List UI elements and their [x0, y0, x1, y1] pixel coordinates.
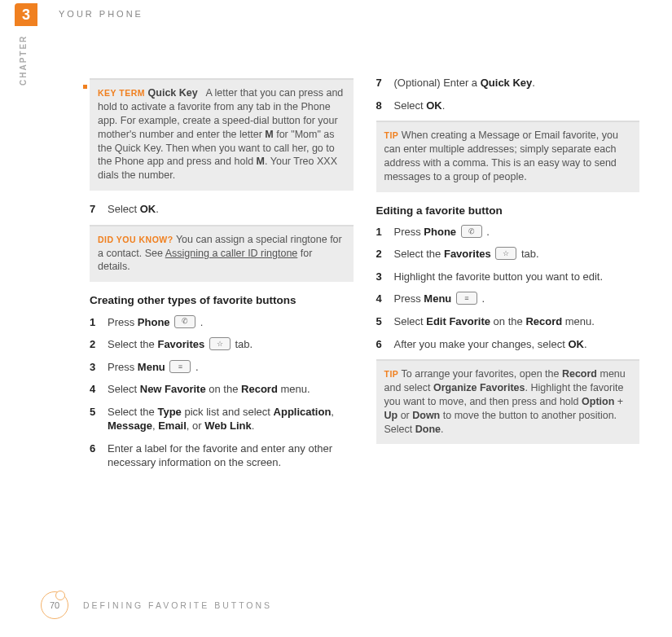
step-8: 8 Select OK.: [376, 99, 640, 113]
left-column: KEY TERM Quick Key A letter that you can…: [90, 73, 354, 478]
step-number: 5: [376, 314, 394, 329]
edit-step-4: 4 Press Menu .: [376, 292, 640, 306]
text: Press: [108, 316, 138, 328]
edit-step-1: 1 Press Phone .: [376, 225, 640, 239]
text: .: [156, 203, 159, 215]
step-body: Select OK.: [394, 99, 446, 113]
text: tab.: [518, 248, 538, 260]
step-number: 3: [90, 360, 108, 375]
step-number: 7: [90, 202, 108, 217]
step-4: 4 Select New Favorite on the Record menu…: [90, 382, 354, 397]
text-bold: Favorites: [444, 248, 491, 260]
step-body: Select the Type pick list and select App…: [108, 405, 354, 433]
keyterm-m1: M: [265, 129, 273, 140]
text: .: [252, 420, 255, 432]
text: menu.: [562, 315, 595, 327]
side-chapter-label: CHAPTER: [18, 35, 29, 86]
edit-step-6: 6 After you make your changes, select OK…: [376, 337, 640, 352]
text-bold: OK: [426, 99, 442, 112]
text: Select: [108, 203, 140, 215]
text: pick list and select: [182, 406, 274, 418]
text-bold: Organize Favorites: [433, 382, 525, 393]
text: To arrange your favorites, open the: [402, 368, 562, 380]
step-body: (Optional) Enter a Quick Key.: [394, 76, 535, 90]
text-bold: Favorites: [157, 338, 204, 350]
menu-key-icon: [169, 360, 191, 373]
footer-title: DEFINING FAVORITE BUTTONS: [83, 600, 272, 611]
tip-body: When creating a Message or Email favorit…: [384, 130, 618, 182]
text: (Optional) Enter a: [394, 77, 481, 89]
edit-step-3: 3 Highlight the favorite button you want…: [376, 270, 640, 284]
step-7-right: 7 (Optional) Enter a Quick Key.: [376, 76, 640, 90]
text-bold: Edit Favorite: [426, 315, 490, 327]
step-7: 7 Select OK.: [90, 202, 354, 217]
step-number: 1: [376, 225, 394, 239]
text-bold: OK: [140, 203, 156, 215]
text: Select the: [108, 338, 157, 350]
step-6: 6 Enter a label for the favorite and ent…: [90, 442, 354, 470]
content-columns: KEY TERM Quick Key A letter that you can…: [90, 73, 639, 478]
text: Press: [394, 226, 424, 238]
edit-step-2: 2 Select the Favorites tab.: [376, 247, 640, 261]
step-number: 6: [90, 442, 108, 470]
text-bold: Web Link: [204, 420, 252, 432]
link-text: Assigning a caller ID ringtone: [165, 248, 298, 259]
page-number: 70: [41, 591, 68, 619]
menu-key-icon: [456, 292, 477, 305]
step-body: After you make your changes, select OK.: [394, 337, 587, 352]
tip-label: TIP: [384, 130, 399, 140]
tip-callout-2: TIP To arrange your favorites, open the …: [376, 359, 640, 444]
section-heading-editing: Editing a favorite button: [376, 204, 640, 218]
step-number: 2: [90, 337, 108, 352]
step-number: 3: [376, 270, 394, 284]
step-body: Select Edit Favorite on the Record menu.: [394, 314, 595, 329]
phone-key-icon: [174, 315, 195, 328]
text: Press: [108, 361, 138, 373]
text: Select the: [108, 406, 157, 418]
step-number: 2: [376, 247, 394, 261]
text-bold: Application: [274, 406, 332, 418]
text: Select: [394, 315, 427, 327]
text-bold: Menu: [138, 361, 165, 373]
edit-step-5: 5 Select Edit Favorite on the Record men…: [376, 314, 640, 329]
text: Select the: [394, 248, 444, 260]
step-5: 5 Select the Type pick list and select A…: [90, 405, 354, 433]
text-bold: Down: [412, 410, 440, 421]
text-bold: Record: [562, 368, 597, 380]
text-bold: Quick Key: [481, 77, 533, 89]
step-2: 2 Select the Favorites tab.: [90, 337, 354, 352]
favorites-key-icon: [209, 337, 231, 350]
keyterm-callout: KEY TERM Quick Key A letter that you can…: [90, 78, 354, 191]
text: .: [192, 361, 198, 373]
step-body: Select OK.: [108, 202, 159, 217]
text-bold: Email: [158, 420, 187, 432]
text: .: [532, 77, 535, 89]
text-bold: Message: [108, 420, 152, 432]
text: or: [397, 410, 412, 421]
text-bold: Phone: [424, 226, 456, 238]
keyterm-term: Quick Key: [148, 87, 198, 99]
text: ,: [331, 406, 334, 418]
text-bold: Record: [241, 383, 278, 395]
chapter-badge: 3: [15, 3, 37, 26]
header-title: YOUR PHONE: [59, 8, 143, 20]
text: +: [614, 396, 623, 407]
step-number: 4: [90, 382, 108, 397]
step-body: Enter a label for the favorite and enter…: [108, 442, 354, 470]
step-body: Press Phone .: [108, 315, 203, 330]
text-bold: Type: [157, 406, 181, 418]
text: .: [584, 338, 587, 350]
step-3: 3 Press Menu .: [90, 360, 354, 375]
tip-label: TIP: [384, 369, 399, 379]
text: Select: [108, 383, 140, 395]
step-number: 5: [90, 405, 108, 433]
step-body: Press Menu .: [394, 292, 485, 306]
step-1: 1 Press Phone .: [90, 315, 354, 330]
text: on the: [206, 383, 241, 395]
text: menu.: [278, 383, 310, 395]
text-bold: New Favorite: [140, 383, 206, 395]
step-body: Press Menu .: [108, 360, 199, 375]
step-body: Select New Favorite on the Record menu.: [108, 382, 310, 397]
did-you-know-callout: DID YOU KNOW? You can assign a special r…: [90, 225, 354, 283]
text: tab.: [232, 338, 253, 350]
